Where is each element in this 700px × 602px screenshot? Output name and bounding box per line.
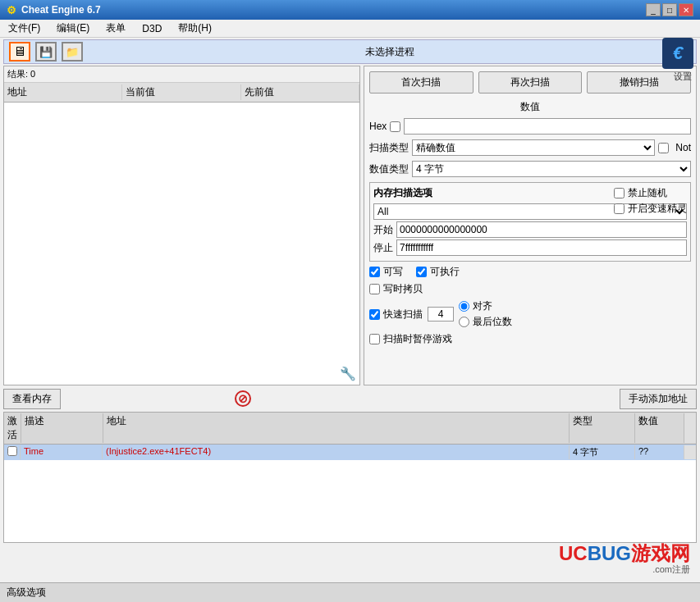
toolbar-btn-3[interactable]: 📁 [62, 42, 83, 62]
bottom-bar-label: 高级选项 [7, 586, 46, 600]
not-checkbox[interactable] [658, 143, 669, 153]
close-button[interactable]: ✕ [679, 3, 693, 16]
next-scan-button[interactable]: 再次扫描 [478, 71, 583, 93]
scan-type-label: 扫描类型 [369, 141, 409, 155]
executable-checkbox[interactable] [416, 267, 427, 277]
open-process-button[interactable]: 🖥 [9, 42, 30, 62]
fast-scan-num-input[interactable] [428, 307, 454, 322]
header-addr: 地址 [103, 413, 570, 443]
menu-edit[interactable]: 编辑(E) [52, 20, 94, 37]
watermark-game: 游戏网 [631, 542, 690, 564]
value-section-title: 数值 [369, 100, 691, 114]
align-label: 对齐 [473, 299, 492, 313]
header-current: 当前值 [122, 84, 240, 100]
speed-wizard-label: 开启变速精灵 [628, 202, 687, 216]
folder-icon: 📁 [66, 46, 79, 58]
bottom-buttons-row: 查看内存 ⊘ 手动添加地址 [3, 387, 697, 410]
table-row[interactable]: Time (Injustice2.exe+41FECT4) 4 字节 ?? [4, 445, 696, 460]
rw-exec-row: 可写 可执行 [369, 265, 691, 279]
save-icon: 💾 [39, 46, 53, 58]
app-title: Cheat Engine 6.7 [21, 4, 101, 16]
result-count: 结果: 0 [4, 66, 359, 83]
address-table: 激活 描述 地址 类型 数值 Time (Injustice2.exe+41FE… [3, 412, 697, 543]
scan-type-row: 扫描类型 精确数值 Not [369, 139, 691, 156]
empty-table-area [4, 460, 696, 542]
pause-game-checkbox[interactable] [369, 334, 380, 344]
app-icon: ⚙ [7, 4, 16, 16]
scan-results-list [4, 103, 359, 385]
watermark-uc: UC [559, 542, 588, 564]
fast-scan-cb-row: 快速扫描 [369, 308, 423, 322]
watermark-area: UCBUG游戏网 .com注册 [559, 544, 690, 576]
scroll-area [684, 413, 696, 443]
no-random-checkbox[interactable] [614, 188, 625, 198]
writable-checkbox[interactable] [369, 267, 380, 277]
cell-type: 4 字节 [570, 445, 635, 459]
left-panel: 结果: 0 地址 当前值 先前值 🔧 [3, 66, 360, 385]
title-bar-controls: _ □ ✕ [646, 3, 693, 16]
stop-input[interactable] [396, 239, 687, 256]
cell-value: ?? [635, 445, 684, 459]
stop-icon-area: ⊘ [64, 390, 421, 407]
fast-scan-row: 快速扫描 对齐 最后位数 [369, 299, 691, 329]
menu-table[interactable]: 表单 [101, 20, 130, 37]
start-input[interactable] [396, 221, 687, 238]
last-digit-row: 最后位数 [459, 315, 512, 329]
hex-checkbox[interactable] [390, 121, 400, 132]
address-table-header: 激活 描述 地址 类型 数值 [4, 413, 696, 445]
pause-game-row: 扫描时暂停游戏 [369, 332, 691, 346]
copy-on-write-checkbox[interactable] [369, 284, 380, 294]
header-address: 地址 [4, 84, 122, 100]
align-radio[interactable] [459, 301, 469, 312]
not-label: Not [675, 142, 691, 153]
value-type-label: 数值类型 [369, 162, 409, 176]
tool-icon: 🔧 [340, 366, 356, 381]
executable-label: 可执行 [430, 265, 460, 279]
last-digit-radio[interactable] [459, 317, 469, 327]
bottom-bar: 高级选项 [0, 582, 700, 602]
value-input[interactable] [404, 118, 691, 135]
header-type: 类型 [570, 413, 635, 443]
start-label: 开始 [373, 223, 393, 237]
menu-help[interactable]: 帮助(H) [173, 20, 217, 37]
last-digit-label: 最后位数 [473, 315, 512, 329]
list-header: 地址 当前值 先前值 [4, 83, 359, 103]
header-desc: 描述 [21, 413, 103, 443]
right-checkboxes: 禁止随机 开启变速精灵 [614, 186, 687, 216]
speed-wizard-checkbox[interactable] [614, 203, 625, 214]
align-radio-group: 对齐 最后位数 [459, 299, 512, 329]
no-entry-icon: ⊘ [235, 390, 251, 407]
watermark-sub: .com注册 [559, 563, 690, 576]
writable-label: 可写 [383, 265, 403, 279]
first-scan-button[interactable]: 首次扫描 [369, 71, 474, 93]
menu-d3d[interactable]: D3D [137, 21, 167, 36]
fast-scan-checkbox[interactable] [369, 309, 380, 320]
cell-active [4, 445, 21, 459]
watermark-bug: BUG [588, 542, 631, 564]
minimize-button[interactable]: _ [646, 3, 661, 16]
speed-wizard-row: 开启变速精灵 [614, 202, 687, 216]
memory-scan-options-box: 内存扫描选项 All 开始 停止 禁止随机 [369, 182, 691, 262]
settings-label: 设置 [674, 71, 692, 83]
start-row: 开始 [373, 221, 687, 238]
writable-row: 可写 [369, 265, 403, 279]
header-active: 激活 [4, 413, 21, 443]
watermark-text: UCBUG游戏网 [559, 544, 690, 563]
toolbar-btn-2[interactable]: 💾 [35, 42, 57, 62]
copy-on-write-row: 写时拷贝 [369, 282, 691, 296]
scan-buttons-row: 首次扫描 再次扫描 撤销扫描 [369, 71, 691, 93]
header-value: 数值 [635, 413, 684, 443]
cell-address: (Injustice2.exe+41FECT4) [103, 445, 570, 459]
scan-type-select[interactable]: 精确数值 [412, 139, 655, 156]
header-previous: 先前值 [241, 84, 359, 100]
maximize-button[interactable]: □ [662, 3, 677, 16]
view-memory-button[interactable]: 查看内存 [3, 389, 61, 409]
menu-file[interactable]: 文件(F) [3, 20, 45, 37]
manual-add-address-button[interactable]: 手动添加地址 [620, 389, 697, 409]
row-active-checkbox[interactable] [7, 446, 17, 456]
value-type-select[interactable]: 4 字节 [412, 161, 691, 177]
process-title: 未选择进程 [88, 45, 691, 59]
executable-row: 可执行 [416, 265, 460, 279]
no-random-row: 禁止随机 [614, 186, 687, 200]
ce-logo-icon: € [662, 38, 693, 69]
